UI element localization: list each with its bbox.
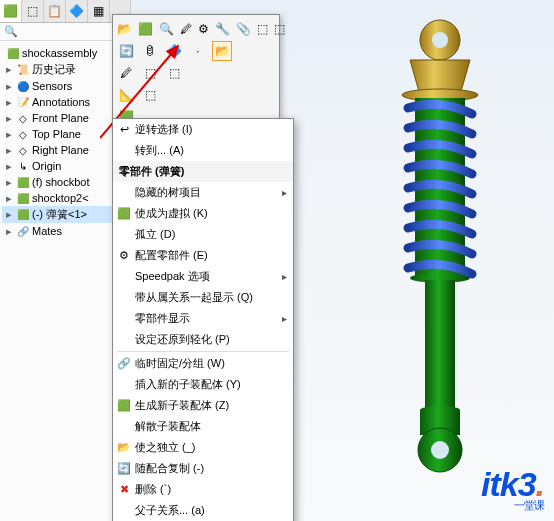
tab-config[interactable]: ⬚ xyxy=(22,0,44,22)
menu-label: 转到... (A) xyxy=(135,142,184,159)
tree-item[interactable]: ▸◇Front Plane xyxy=(2,110,128,126)
menu-icon: 📂 xyxy=(116,440,132,456)
toolbar-button[interactable]: 🖉 xyxy=(116,63,136,83)
expand-icon[interactable]: ▸ xyxy=(4,176,14,189)
svg-rect-6 xyxy=(425,280,455,410)
tree-item[interactable]: ▸🟩(-) 弹簧<1> xyxy=(2,206,128,223)
expand-icon[interactable]: ▸ xyxy=(4,80,14,93)
shock-assembly-model xyxy=(300,10,550,490)
menu-item[interactable]: ✖删除 (`) xyxy=(113,479,293,500)
filter-icon[interactable]: 🔍 xyxy=(4,25,18,37)
menu-item[interactable]: Speedpak 选项 xyxy=(113,266,293,287)
tree-item[interactable]: ▸◇Right Plane xyxy=(2,142,128,158)
toolbar-button[interactable]: · xyxy=(188,41,208,61)
item-icon: ↳ xyxy=(16,159,30,173)
expand-icon[interactable]: ▸ xyxy=(4,160,14,173)
toolbar-button[interactable]: ⬚ xyxy=(164,63,184,83)
item-icon: 📝 xyxy=(16,95,30,109)
toolbar-button[interactable]: 📐 xyxy=(116,85,136,105)
menu-item[interactable]: 解散子装配体 xyxy=(113,416,293,437)
tree-item[interactable]: ▸🟩(f) shockbot xyxy=(2,174,128,190)
menu-label: 逆转选择 (I) xyxy=(135,121,192,138)
menu-label: Speedpak 选项 xyxy=(135,268,210,285)
toolbar-button[interactable]: ⬚ xyxy=(140,63,160,83)
menu-label: 使成为虚拟 (K) xyxy=(135,205,208,222)
toolbar-button[interactable]: 🖉 xyxy=(179,19,193,39)
toolbar-button[interactable]: 🛢 xyxy=(140,41,160,61)
menu-label: 使之独立 (_) xyxy=(135,439,196,456)
expand-icon[interactable]: ▸ xyxy=(4,128,14,141)
tree-item[interactable]: ▸🔵Sensors xyxy=(2,78,128,94)
tab-bar: 🟩 ⬚ 📋 🔷 ▦ xyxy=(0,0,130,23)
menu-item[interactable]: ⚙配置零部件 (E) xyxy=(113,245,293,266)
menu-item[interactable]: 🔗临时固定/分组 (W) xyxy=(113,353,293,374)
toolbar-button[interactable]: 📂 xyxy=(116,19,133,39)
toolbar-button[interactable]: 🔍 xyxy=(158,19,175,39)
item-icon: 🔗 xyxy=(16,224,30,238)
expand-icon[interactable]: ▸ xyxy=(4,144,14,157)
menu-label: 插入新的子装配体 (Y) xyxy=(135,376,241,393)
expand-icon[interactable]: ▸ xyxy=(4,208,14,221)
expand-icon[interactable]: ▸ xyxy=(4,96,14,109)
tree-root-label: shockassembly xyxy=(22,47,97,59)
menu-icon xyxy=(116,311,132,327)
toolbar-button[interactable]: 🔧 xyxy=(214,19,231,39)
context-menu-header: 零部件 (弹簧) xyxy=(113,161,293,182)
tab-other[interactable]: ▦ xyxy=(88,0,110,22)
expand-icon[interactable]: ▸ xyxy=(4,63,14,76)
item-icon: ◇ xyxy=(16,111,30,125)
tree-item[interactable]: ▸🟩shocktop2< xyxy=(2,190,128,206)
menu-item[interactable]: 📂使之独立 (_) xyxy=(113,437,293,458)
menu-item[interactable]: 🟩使成为虚拟 (K) xyxy=(113,203,293,224)
menu-item[interactable]: 零部件显示 xyxy=(113,308,293,329)
menu-item[interactable]: 隐藏的树项目 xyxy=(113,182,293,203)
menu-label: 孤立 (D) xyxy=(135,226,175,243)
tab-display[interactable]: 🔷 xyxy=(66,0,88,22)
tab-props[interactable]: 📋 xyxy=(44,0,66,22)
toolbar-button[interactable]: ⬚ xyxy=(273,19,286,39)
menu-item[interactable]: 孤立 (D) xyxy=(113,224,293,245)
menu-item[interactable]: 插入新的子装配体 (Y) xyxy=(113,374,293,395)
menu-separator xyxy=(117,351,289,352)
item-icon: ◇ xyxy=(16,127,30,141)
menu-icon: 🟩 xyxy=(116,206,132,222)
item-label: shocktop2< xyxy=(32,192,89,204)
feature-tree[interactable]: 🟩 shockassembly ▸📜历史记录▸🔵Sensors▸📝Annotat… xyxy=(0,41,130,243)
menu-item[interactable]: 🔄随配合复制 (-) xyxy=(113,458,293,479)
menu-item[interactable]: 设定还原到轻化 (P) xyxy=(113,329,293,350)
toolbar-button[interactable]: 📎 xyxy=(235,19,252,39)
model-viewport[interactable] xyxy=(300,10,550,490)
tree-item[interactable]: ▸↳Origin xyxy=(2,158,128,174)
item-label: Top Plane xyxy=(32,128,81,140)
toolbar-button[interactable]: ⬚ xyxy=(256,19,269,39)
item-icon: 🟩 xyxy=(16,208,30,222)
toolbar-button[interactable]: 🔷 xyxy=(164,41,184,61)
toolbar-button[interactable]: ⚙ xyxy=(197,19,210,39)
menu-icon xyxy=(116,227,132,243)
menu-item[interactable]: 带从属关系一起显示 (Q) xyxy=(113,287,293,308)
tree-root[interactable]: 🟩 shockassembly xyxy=(2,45,128,61)
tab-feature-tree[interactable]: 🟩 xyxy=(0,0,22,22)
tree-item[interactable]: ▸🔗Mates xyxy=(2,223,128,239)
expand-icon[interactable]: ▸ xyxy=(4,225,14,238)
expand-icon[interactable]: ▸ xyxy=(4,192,14,205)
expand-icon[interactable]: ▸ xyxy=(4,112,14,125)
menu-item[interactable]: 转到... (A) xyxy=(113,140,293,161)
menu-icon xyxy=(116,503,132,519)
menu-icon: ⚙ xyxy=(116,248,132,264)
menu-item[interactable]: 父子关系... (a) xyxy=(113,500,293,521)
toolbar-button[interactable]: 🟩 xyxy=(137,19,154,39)
toolbar-button[interactable]: 📂 xyxy=(212,41,232,61)
menu-item[interactable]: 🟩生成新子装配体 (Z) xyxy=(113,395,293,416)
tree-item[interactable]: ▸◇Top Plane xyxy=(2,126,128,142)
assembly-icon: 🟩 xyxy=(6,46,20,60)
toolbar-button[interactable]: ⬚ xyxy=(140,85,160,105)
menu-label: 解散子装配体 xyxy=(135,418,201,435)
svg-point-2 xyxy=(432,32,448,48)
toolbar-button[interactable]: 🔄 xyxy=(116,41,136,61)
tree-item[interactable]: ▸📜历史记录 xyxy=(2,61,128,78)
item-label: Origin xyxy=(32,160,61,172)
item-label: 历史记录 xyxy=(32,62,76,77)
menu-item[interactable]: ↩逆转选择 (I) xyxy=(113,119,293,140)
tree-item[interactable]: ▸📝Annotations xyxy=(2,94,128,110)
